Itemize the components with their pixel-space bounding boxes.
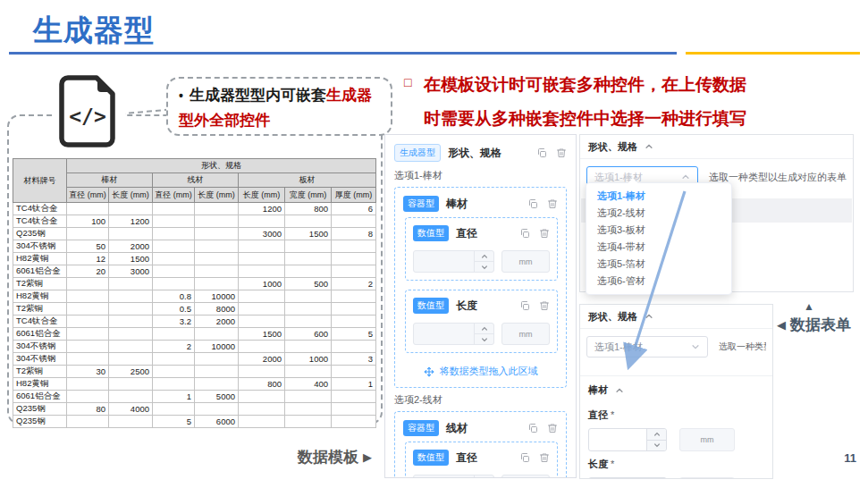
value-cell <box>285 391 332 403</box>
drop-zone-hint[interactable]: 将数据类型拖入此区域 <box>403 362 558 379</box>
trash-icon[interactable] <box>539 452 550 463</box>
number-input[interactable] <box>413 250 494 273</box>
spinner-down-icon[interactable] <box>475 261 493 272</box>
value-cell: 100 <box>67 215 109 228</box>
collapse-chevron-icon[interactable] <box>615 386 624 395</box>
required-asterisk: * <box>611 459 614 469</box>
value-cell <box>109 278 153 290</box>
copy-icon[interactable] <box>519 228 530 239</box>
value-cell <box>332 240 376 253</box>
trash-icon[interactable] <box>539 300 550 311</box>
form-section-header: 形状、规格 <box>580 305 772 329</box>
value-cell <box>285 341 332 353</box>
collapse-chevron-icon[interactable] <box>645 312 653 321</box>
value-cell: 500 <box>285 278 332 290</box>
value-cell: 80 <box>67 403 109 416</box>
value-cell <box>239 290 285 303</box>
value-cell: 3000 <box>109 265 153 278</box>
value-cell <box>67 416 109 428</box>
value-cell <box>285 240 332 253</box>
value-cell <box>109 353 153 366</box>
dropdown-option[interactable]: 选项2-线材 <box>586 205 731 222</box>
collapse-chevron-icon[interactable] <box>645 142 653 151</box>
designer-panel: 生成器型 形状、规格 选项1-棒材容器型棒材数值型直径mm数值型长度mm将数据类… <box>384 134 577 478</box>
copy-icon[interactable] <box>536 147 547 158</box>
number-input[interactable] <box>588 477 667 479</box>
svg-text:</>: </> <box>69 105 106 128</box>
key-point-line-1: 在模板设计时可嵌套多种控件，在上传数据 <box>424 68 864 102</box>
value-cell <box>285 290 332 303</box>
card-header-row: 容器型棒材 <box>403 196 558 212</box>
number-input[interactable] <box>413 475 494 478</box>
material-table: 材料牌号形状、规格棒材线材板材直径 (mm)长度 (mm)直径 (mm)长度 (… <box>13 158 376 428</box>
dropdown-option[interactable]: 选项3-板材 <box>586 222 731 239</box>
value-cell: 2000 <box>195 316 239 328</box>
dropdown-option[interactable]: 选项6-管材 <box>586 273 731 290</box>
drag-move-icon <box>424 366 434 377</box>
table-row: T2紫铜302500 <box>13 366 376 378</box>
material-cell: Q235钢 <box>13 416 67 428</box>
spinner-up-icon[interactable] <box>475 324 493 333</box>
card-actions <box>527 198 558 209</box>
spinner-down-icon[interactable] <box>647 440 666 451</box>
number-input[interactable] <box>588 428 667 451</box>
table-row: 6061铝合金15006005 <box>13 328 376 341</box>
value-cell <box>67 378 109 391</box>
copy-icon[interactable] <box>527 198 538 209</box>
material-cell: H82黄铜 <box>13 290 67 303</box>
value-cell <box>67 228 109 240</box>
value-cell: 1 <box>332 378 376 391</box>
table-unit-header: 宽度 (mm) <box>285 188 332 203</box>
value-cell <box>195 278 239 290</box>
value-cell: 2500 <box>109 366 153 378</box>
number-input-row: mm <box>413 475 550 478</box>
spinner-up-icon[interactable] <box>475 475 493 478</box>
value-cell: 800 <box>239 378 285 391</box>
spinner-down-icon[interactable] <box>475 333 493 344</box>
copy-icon[interactable] <box>519 300 530 311</box>
container-type-badge: 容器型 <box>403 196 439 212</box>
data-template-label: 数据模板 <box>298 447 358 467</box>
trash-icon[interactable] <box>556 147 567 158</box>
value-cell: 1500 <box>109 253 153 265</box>
dropdown-option[interactable]: 选项1-棒材 <box>586 188 731 205</box>
card-header-row: 容器型线材 <box>403 420 558 436</box>
select-caret-down-icon <box>691 342 700 351</box>
material-cell: Q235钢 <box>13 403 67 416</box>
trash-icon[interactable] <box>547 423 558 433</box>
value-cell <box>239 253 285 265</box>
dropdown-option[interactable]: 选项4-带材 <box>586 239 731 256</box>
material-cell: H82黄铜 <box>13 253 67 265</box>
select-caret-up-icon <box>681 172 690 181</box>
subsection-header: 棒材 <box>580 375 772 402</box>
value-cell <box>195 328 239 341</box>
table-unit-header: 长度 (mm) <box>109 188 153 203</box>
field-label: 直径* <box>588 408 764 422</box>
trash-icon[interactable] <box>547 198 558 209</box>
designer-header: 生成器型 形状、规格 <box>394 142 567 164</box>
copy-icon[interactable] <box>527 423 538 433</box>
value-cell <box>153 378 195 391</box>
value-cell: 600 <box>285 328 332 341</box>
value-cell <box>239 416 285 428</box>
page-number: 11 <box>844 451 856 465</box>
number-input[interactable] <box>413 323 494 345</box>
value-cell <box>67 328 109 341</box>
copy-icon[interactable] <box>519 452 530 463</box>
type-select[interactable]: 选项1-棒材 <box>586 336 708 358</box>
value-cell <box>285 215 332 228</box>
triangle-up-icon: ▲ <box>804 300 814 313</box>
slide-canvas: 生成器型 </> •生成器型型内可嵌套生成器型外全部控件 材料牌号形状、规格棒材… <box>0 0 868 488</box>
spinner-up-icon[interactable] <box>647 478 666 479</box>
dropdown-option[interactable]: 选项5-箔材 <box>586 256 731 273</box>
value-cell: 5 <box>332 328 376 341</box>
value-cell <box>67 203 109 215</box>
value-cell <box>195 366 239 378</box>
material-cell: 304不锈钢 <box>13 240 67 253</box>
spinner-up-icon[interactable] <box>475 251 493 261</box>
spinner-up-icon[interactable] <box>647 429 666 440</box>
value-cell: 12 <box>67 253 109 265</box>
trash-icon[interactable] <box>539 228 550 239</box>
helper-text: 选取一种类型以生成对应的表单 <box>719 341 766 353</box>
card-actions <box>527 423 558 433</box>
